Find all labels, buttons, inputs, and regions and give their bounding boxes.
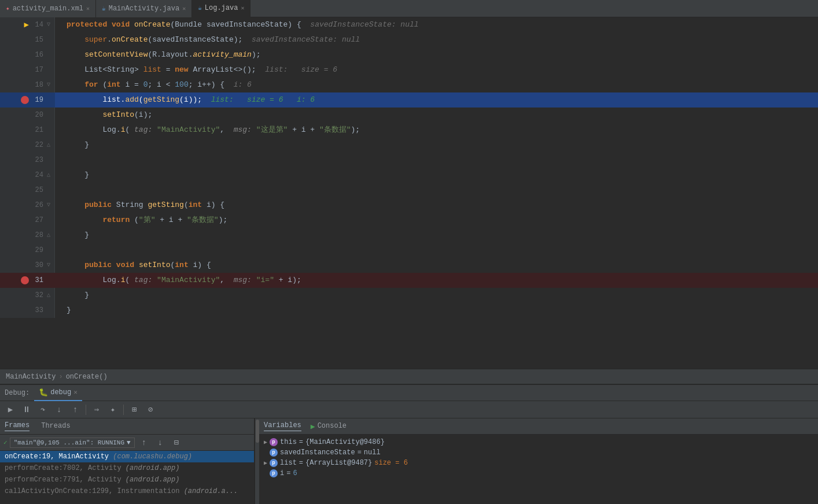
frame-item-1[interactable]: performCreate:7802, Activity (android.ap… xyxy=(0,462,254,474)
frames-scrollbar[interactable] xyxy=(255,418,259,504)
frame-up-button[interactable]: ↑ xyxy=(137,436,151,450)
gutter-33[interactable]: 33 xyxy=(0,303,55,318)
code-content-14[interactable]: protected void onCreate(Bundle savedInst… xyxy=(55,17,818,32)
code-content-30[interactable]: public void setInto(int i) { xyxy=(55,258,818,273)
tab-close-xml[interactable]: ✕ xyxy=(86,5,90,12)
code-content-26[interactable]: public String getSting(int i) { xyxy=(55,198,818,213)
frames-toolbar: ✓ "main"@9,105 ...ain": RUNNING ▼ ↑ ↓ ⊟ xyxy=(0,435,254,451)
gutter-17[interactable]: 17 xyxy=(0,62,55,77)
frames-button[interactable]: ⊞ xyxy=(127,403,141,417)
gutter-22[interactable]: 22 △ xyxy=(0,138,55,153)
fold-icon-24[interactable]: △ xyxy=(45,168,52,183)
code-content-31[interactable]: Log.i( tag: "MainActivity", msg: "i=" + … xyxy=(55,273,818,288)
frame-down-button[interactable]: ↓ xyxy=(153,436,167,450)
gutter-30[interactable]: 30 ▽ xyxy=(0,258,55,273)
thread-selector[interactable]: "main"@9,105 ...ain": RUNNING ▼ xyxy=(10,438,135,448)
debug-tab-close[interactable]: ✕ xyxy=(73,388,78,396)
code-content-23[interactable] xyxy=(55,153,818,168)
code-content-28[interactable]: } xyxy=(55,228,818,243)
frame-item-0[interactable]: onCreate:19, MainActivity (com.lucashu.d… xyxy=(0,451,254,462)
fold-icon-18[interactable]: ▽ xyxy=(45,77,52,92)
tab-close-log[interactable]: ✕ xyxy=(241,5,244,12)
resume-button[interactable]: ▶ xyxy=(3,403,17,417)
gutter-15[interactable]: 15 xyxy=(0,32,55,47)
step-into-button[interactable]: ↓ xyxy=(52,403,66,417)
code-content-22[interactable]: } xyxy=(55,138,818,153)
fold-icon-26[interactable]: ▽ xyxy=(45,198,52,213)
fold-icon-30[interactable]: ▽ xyxy=(45,258,52,273)
code-content-18[interactable]: for (int i = 0; i < 100; i++) { i: 6 xyxy=(55,77,818,92)
code-content-29[interactable] xyxy=(55,243,818,258)
debug-tab-debug[interactable]: 🐛 debug ✕ xyxy=(34,385,82,401)
gutter-28[interactable]: 28 △ xyxy=(0,228,55,243)
tab-main-activity[interactable]: ☕ MainActivity.java ✕ xyxy=(96,0,192,17)
line-num-23: 23 xyxy=(31,153,43,168)
gutter-23[interactable]: 23 xyxy=(0,153,55,168)
line-num-30: 30 xyxy=(31,258,43,273)
gutter-26[interactable]: 26 ▽ xyxy=(0,198,55,213)
gutter-18[interactable]: 18 ▽ xyxy=(0,77,55,92)
code-content-24[interactable]: } xyxy=(55,168,818,183)
fold-icon-14[interactable]: ▽ xyxy=(45,17,52,32)
step-over-button[interactable]: ↷ xyxy=(36,403,50,417)
frame-item-3[interactable]: callActivityOnCreate:1299, Instrumentati… xyxy=(0,486,254,497)
breakpoint-19[interactable] xyxy=(21,96,29,104)
frame-item-2[interactable]: performCreate:7791, Activity (android.ap… xyxy=(0,474,254,486)
code-content-27[interactable]: return ("第" + i + "条数据"); xyxy=(55,213,818,228)
code-content-15[interactable]: super.onCreate(savedInstanceState); save… xyxy=(55,32,818,47)
fold-icon-22[interactable]: △ xyxy=(45,138,52,153)
expand-list-icon[interactable]: ▶ xyxy=(264,459,267,466)
gutter-25[interactable]: 25 xyxy=(0,183,55,198)
evaluate-button[interactable]: ✦ xyxy=(106,403,120,417)
breadcrumb-class[interactable]: MainActivity xyxy=(6,373,56,381)
step-out-button[interactable]: ↑ xyxy=(68,403,82,417)
code-content-32[interactable]: } xyxy=(55,288,818,303)
threads-tab[interactable]: Threads xyxy=(41,422,70,431)
gutter-19[interactable]: 19 xyxy=(0,92,55,108)
breakpoint-31[interactable] xyxy=(21,276,29,284)
breadcrumb-bar: MainActivity › onCreate() xyxy=(0,369,818,384)
code-content-21[interactable]: Log.i( tag: "MainActivity", msg: "这是第" +… xyxy=(55,123,818,138)
filter-button[interactable]: ⊟ xyxy=(170,436,183,450)
var-this[interactable]: ▶ p this = {MainActivity@9486} xyxy=(259,437,818,447)
pause-button[interactable]: ⏸ xyxy=(20,403,34,417)
gutter-16[interactable]: 16 xyxy=(0,47,55,62)
line-num-28: 28 xyxy=(31,228,43,243)
var-i[interactable]: ▶ p i = 6 xyxy=(259,468,818,479)
tab-activity-main[interactable]: ✦ activity_main.xml ✕ xyxy=(0,0,96,17)
variables-tab[interactable]: Variables xyxy=(264,421,301,431)
frames-tab[interactable]: Frames xyxy=(5,421,30,431)
gutter-27[interactable]: 27 xyxy=(0,213,55,228)
var-icon-i: p xyxy=(270,469,278,477)
line-num-22: 22 xyxy=(31,138,43,153)
var-list[interactable]: ▶ p list = {ArrayList@9487} size = 6 xyxy=(259,458,818,468)
tab-log[interactable]: ☕ Log.java ✕ xyxy=(192,0,250,17)
mute-button[interactable]: ⊘ xyxy=(143,403,157,417)
gutter-29[interactable]: 29 xyxy=(0,243,55,258)
code-line-14: ▶ 14 ▽ protected void onCreate(Bundle sa… xyxy=(0,17,818,32)
fold-icon-28[interactable]: △ xyxy=(45,228,52,243)
code-content-33[interactable]: } xyxy=(55,303,818,318)
gutter-20[interactable]: 20 xyxy=(0,108,55,123)
gutter-31[interactable]: 31 xyxy=(0,273,55,288)
line-num-33: 33 xyxy=(31,303,43,318)
code-content-17[interactable]: List<String> list = new ArrayList<>(); l… xyxy=(55,62,818,77)
run-to-cursor-button[interactable]: ⇒ xyxy=(90,403,104,417)
fold-icon-32[interactable]: △ xyxy=(45,288,52,303)
gutter-14[interactable]: ▶ 14 ▽ xyxy=(0,17,55,32)
tab-close-main[interactable]: ✕ xyxy=(182,5,186,12)
code-content-20[interactable]: setInto(i); xyxy=(55,108,818,123)
breadcrumb-method[interactable]: onCreate() xyxy=(66,373,108,381)
code-content-25[interactable] xyxy=(55,183,818,198)
code-content-19[interactable]: list.add(getSting(i)); list: size = 6 i:… xyxy=(55,92,818,108)
expand-this-icon[interactable]: ▶ xyxy=(264,439,267,446)
console-tab[interactable]: ▶ Console xyxy=(311,422,347,431)
gutter-24[interactable]: 24 △ xyxy=(0,168,55,183)
var-name-list: list xyxy=(280,459,297,467)
code-content-16[interactable]: setContentView(R.layout.activity_main); xyxy=(55,47,818,62)
gutter-32[interactable]: 32 △ xyxy=(0,288,55,303)
gutter-21[interactable]: 21 xyxy=(0,123,55,138)
var-saved-instance-state[interactable]: ▶ p savedInstanceState = null xyxy=(259,447,818,458)
xml-icon: ✦ xyxy=(6,5,10,12)
debug-tab-bar: Debug: 🐛 debug ✕ xyxy=(0,385,818,401)
